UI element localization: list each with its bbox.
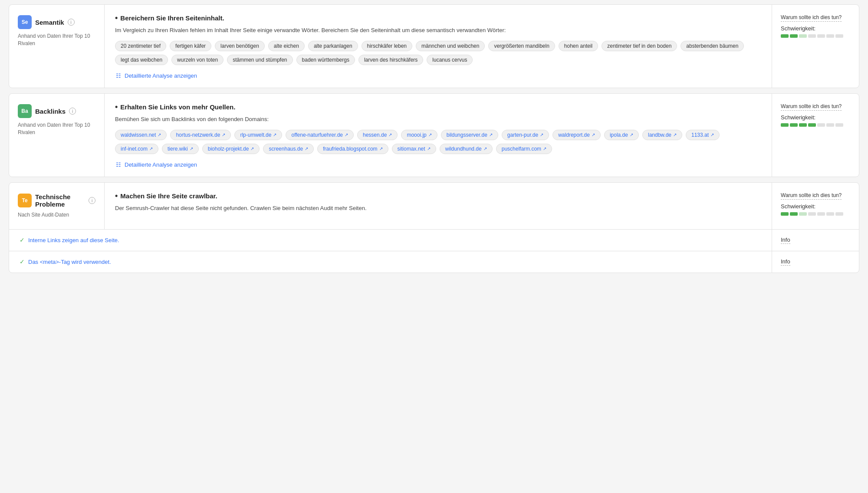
technical-why-label[interactable]: Warum sollte ich dies tun? bbox=[781, 192, 842, 200]
domain-tag[interactable]: bildungsserver.de ↗ bbox=[441, 130, 498, 140]
backlinks-domains: waldwissen.net ↗ hortus-netzwerk.de ↗ rl… bbox=[115, 130, 761, 154]
check-icon: ✓ bbox=[20, 258, 25, 265]
domain-tag[interactable]: waldwissen.net ↗ bbox=[115, 130, 167, 140]
domain-tag[interactable]: garten-pur.de ↗ bbox=[502, 130, 549, 140]
technical-section: Te Technische Probleme i Nach Site Audit… bbox=[9, 182, 859, 273]
domain-tag[interactable]: screenhaus.de ↗ bbox=[263, 144, 314, 154]
meta-tag-right: Info bbox=[772, 251, 859, 273]
domain-tag[interactable]: landbw.de ↗ bbox=[642, 130, 682, 140]
domain-tag[interactable]: sitiomax.net ↗ bbox=[392, 144, 436, 154]
semantik-difficulty-label: Schwierigkeit: bbox=[781, 25, 850, 32]
tag-item[interactable]: hirschkäfer leben bbox=[362, 41, 412, 51]
bar-seg bbox=[799, 34, 807, 38]
semantik-heading: Bereichern Sie Ihren Seiteninhalt. bbox=[115, 13, 761, 23]
tag-item[interactable]: baden württembergs bbox=[296, 55, 355, 65]
tag-item[interactable]: absterbenden bäumen bbox=[681, 41, 744, 51]
external-link-icon: ↗ bbox=[592, 132, 595, 137]
domain-tag[interactable]: waldreport.de ↗ bbox=[552, 130, 601, 140]
domain-tag[interactable]: inf-inet.com ↗ bbox=[115, 144, 158, 154]
technical-main: Machen Sie Ihre Seite crawlbar. Der Semr… bbox=[105, 183, 772, 229]
bar-seg bbox=[781, 34, 789, 38]
semantik-main: Bereichern Sie Ihren Seiteninhalt. Im Ve… bbox=[105, 5, 772, 88]
bar-seg bbox=[817, 212, 825, 216]
domain-tag[interactable]: puschelfarm.com ↗ bbox=[496, 144, 552, 154]
domain-tag[interactable]: bioholz-projekt.de ↗ bbox=[202, 144, 260, 154]
check-icon: ✓ bbox=[20, 237, 25, 243]
bar-seg bbox=[808, 34, 816, 38]
external-link-icon: ↗ bbox=[543, 146, 546, 151]
external-link-icon: ↗ bbox=[630, 132, 633, 137]
semantik-analyze-link[interactable]: ☷ Detaillierte Analyse anzeigen bbox=[115, 72, 197, 79]
tag-item[interactable]: männchen und weibchen bbox=[416, 41, 485, 51]
backlinks-avatar: Ba bbox=[18, 104, 32, 118]
backlinks-why-label[interactable]: Warum sollte ich dies tun? bbox=[781, 103, 842, 111]
external-link-icon: ↗ bbox=[673, 132, 677, 137]
bar-seg bbox=[826, 212, 834, 216]
semantik-difficulty-bar bbox=[781, 34, 850, 38]
technical-difficulty-bar bbox=[781, 212, 850, 216]
internal-links-text[interactable]: Interne Links zeigen auf diese Seite. bbox=[28, 237, 119, 243]
internal-links-info-badge[interactable]: Info bbox=[781, 237, 790, 244]
domain-tag[interactable]: tiere.wiki ↗ bbox=[162, 144, 199, 154]
backlinks-section: Ba Backlinks i Anhand von Daten Ihrer To… bbox=[9, 93, 859, 177]
internal-links-main: ✓ Interne Links zeigen auf diese Seite. bbox=[9, 230, 772, 251]
list-icon: ☷ bbox=[115, 161, 122, 168]
tag-item[interactable]: wurzeln von toten bbox=[171, 55, 224, 65]
domain-tag[interactable]: 1133.at ↗ bbox=[686, 130, 720, 140]
tag-item[interactable]: lucanus cervus bbox=[427, 55, 473, 65]
bar-seg bbox=[799, 212, 807, 216]
tag-item[interactable]: alte parkanlagen bbox=[308, 41, 358, 51]
semantik-info-icon[interactable]: i bbox=[68, 19, 75, 26]
semantik-subtitle: Anhand von Daten Ihrer Top 10 Rivalen bbox=[18, 33, 95, 47]
tag-item[interactable]: fertigen käfer bbox=[170, 41, 211, 51]
external-link-icon: ↗ bbox=[149, 146, 153, 151]
technical-subtitle: Nach Site Audit-Daten bbox=[18, 211, 95, 219]
bar-seg bbox=[790, 34, 798, 38]
domain-tag[interactable]: hortus-netzwerk.de ↗ bbox=[170, 130, 231, 140]
tag-item[interactable]: larven benötigen bbox=[215, 41, 265, 51]
tag-item[interactable]: vergrößerten mandibeln bbox=[488, 41, 555, 51]
tag-item[interactable]: larven des hirschkäfers bbox=[358, 55, 423, 65]
bar-seg bbox=[835, 212, 843, 216]
semantik-right: Warum sollte ich dies tun? Schwierigkeit… bbox=[772, 5, 859, 88]
tag-item[interactable]: stämmen und stümpfen bbox=[227, 55, 293, 65]
domain-tag[interactable]: wildundhund.de ↗ bbox=[440, 144, 493, 154]
backlinks-analyze-link[interactable]: ☷ Detaillierte Analyse anzeigen bbox=[115, 161, 197, 168]
external-link-icon: ↗ bbox=[427, 146, 431, 151]
main-container: Se Semantik i Anhand von Daten Ihrer Top… bbox=[0, 0, 868, 283]
tag-item[interactable]: hohen anteil bbox=[559, 41, 598, 51]
external-link-icon: ↗ bbox=[305, 146, 308, 151]
semantik-why-label[interactable]: Warum sollte ich dies tun? bbox=[781, 14, 842, 22]
external-link-icon: ↗ bbox=[379, 146, 383, 151]
semantik-section: Se Semantik i Anhand von Daten Ihrer Top… bbox=[9, 4, 859, 88]
domain-tag[interactable]: moooi.jp ↗ bbox=[401, 130, 437, 140]
backlinks-difficulty-bar bbox=[781, 123, 850, 127]
technical-info-icon[interactable]: i bbox=[89, 197, 95, 204]
bar-seg bbox=[790, 123, 798, 127]
semantik-avatar: Se bbox=[18, 15, 32, 29]
backlinks-difficulty-label: Schwierigkeit: bbox=[781, 114, 850, 121]
external-link-icon: ↗ bbox=[273, 132, 276, 137]
technical-title: Technische Probleme bbox=[35, 193, 85, 208]
meta-tag-info-badge[interactable]: Info bbox=[781, 258, 790, 266]
bar-seg bbox=[799, 123, 807, 127]
domain-tag[interactable]: offene-naturfuehrer.de ↗ bbox=[286, 130, 354, 140]
tag-item[interactable]: zentimeter tief in den boden bbox=[602, 41, 677, 51]
technical-left: Te Technische Probleme i Nach Site Audit… bbox=[9, 183, 105, 229]
tag-item[interactable]: alte eichen bbox=[268, 41, 305, 51]
tag-item[interactable]: 20 zentimeter tief bbox=[115, 41, 166, 51]
external-link-icon: ↗ bbox=[428, 132, 432, 137]
bar-seg bbox=[835, 34, 843, 38]
backlinks-desc: Bemühen Sie sich um Backlinks von den fo… bbox=[115, 115, 761, 124]
tag-item[interactable]: legt das weibchen bbox=[115, 55, 168, 65]
domain-tag[interactable]: hessen.de ↗ bbox=[357, 130, 398, 140]
backlinks-info-icon[interactable]: i bbox=[69, 108, 76, 115]
meta-tag-text[interactable]: Das <meta>-Tag wird verwendet. bbox=[28, 259, 111, 265]
backlinks-main: Erhalten Sie Links von mehr Quellen. Bem… bbox=[105, 94, 772, 177]
semantik-title: Semantik bbox=[35, 19, 64, 26]
domain-tag[interactable]: fraufrieda.blogspot.com ↗ bbox=[317, 144, 388, 154]
meta-tag-main: ✓ Das <meta>-Tag wird verwendet. bbox=[9, 251, 772, 273]
meta-tag-row: ✓ Das <meta>-Tag wird verwendet. Info bbox=[9, 251, 859, 273]
domain-tag[interactable]: rlp-umwelt.de ↗ bbox=[234, 130, 282, 140]
domain-tag[interactable]: ipola.de ↗ bbox=[604, 130, 639, 140]
